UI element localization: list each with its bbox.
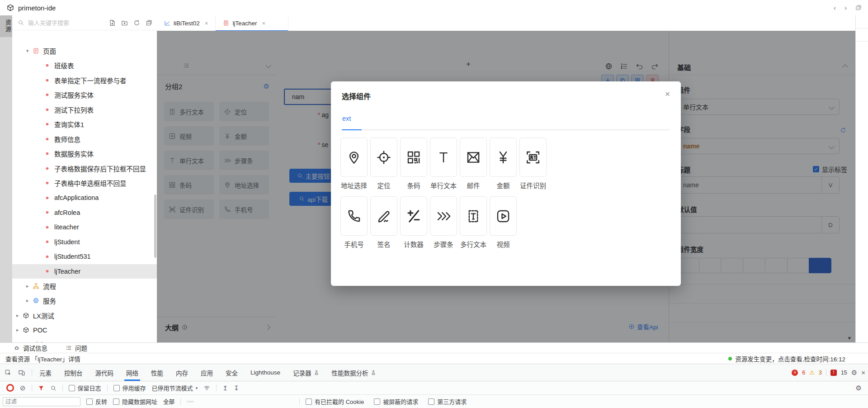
request-type-pill[interactable]: [286, 401, 293, 403]
throttling-select[interactable]: 已停用节流模式 ▾: [152, 384, 198, 392]
request-type-pill[interactable]: [187, 401, 194, 403]
tree-expand-arrow[interactable]: [16, 327, 23, 333]
checkbox-icon[interactable]: [374, 399, 380, 405]
request-type-pill[interactable]: [226, 401, 234, 403]
issues-count[interactable]: 15: [841, 370, 847, 376]
preserve-log-checkbox[interactable]: 保留日志: [69, 384, 101, 392]
tree-item[interactable]: 流程: [12, 279, 157, 294]
devtools-tab[interactable]: 性能: [151, 364, 163, 381]
component-card-box[interactable]: [490, 196, 517, 236]
component-card[interactable]: 签名: [370, 196, 397, 249]
checkbox-icon[interactable]: [86, 399, 93, 405]
checkbox-icon[interactable]: [113, 385, 120, 391]
tree-item[interactable]: ljStudent: [12, 235, 157, 250]
nav-back-icon[interactable]: ‹: [833, 4, 836, 12]
tree-item[interactable]: 查询实体1: [12, 117, 157, 132]
warning-count[interactable]: 3: [819, 370, 822, 376]
component-card[interactable]: 证件识别: [519, 138, 547, 190]
devtools-tab[interactable]: Lighthouse: [250, 364, 280, 381]
checkbox-icon[interactable]: [306, 399, 312, 405]
component-card[interactable]: 计数器: [400, 196, 427, 249]
devtools-tab[interactable]: 性能数据分析: [332, 364, 376, 381]
device-toolbar-icon[interactable]: [18, 369, 25, 376]
component-card[interactable]: 手机号: [340, 196, 368, 249]
tree-item[interactable]: 测试下拉列表: [12, 102, 157, 117]
status-left-text[interactable]: 查看资源 「ljTeacher」详情: [5, 354, 80, 363]
close-icon[interactable]: ×: [665, 90, 670, 98]
status-right-text[interactable]: 资源发生变更，点击查看,检查时间:16:12: [735, 354, 845, 363]
tree-scrollbar[interactable]: [154, 195, 156, 258]
close-icon[interactable]: ×: [205, 20, 208, 27]
component-card-box[interactable]: [400, 138, 427, 177]
devtools-tab[interactable]: 安全: [226, 364, 238, 381]
filter-option-checkbox[interactable]: 有已拦截的 Cookie: [306, 397, 364, 406]
collapse-all-icon[interactable]: [146, 19, 152, 26]
component-card-box[interactable]: [490, 138, 517, 177]
component-card[interactable]: 多行文本: [460, 196, 487, 249]
tree-item[interactable]: 页面: [12, 43, 157, 58]
checkbox-icon[interactable]: [113, 399, 119, 405]
new-page-icon[interactable]: [109, 19, 116, 26]
tree-item[interactable]: 子表格中单选框组不回显: [12, 176, 157, 191]
dialog-tab-ext[interactable]: ext: [342, 115, 351, 122]
request-type-pill[interactable]: [217, 401, 224, 403]
export-har-icon[interactable]: ↧: [234, 384, 239, 392]
clear-network-icon[interactable]: ⊘: [20, 384, 26, 392]
hide-data-urls-checkbox[interactable]: 隐藏数据网址: [113, 397, 157, 406]
invert-checkbox[interactable]: 反转: [86, 397, 107, 406]
tree-item[interactable]: afcApplicationa: [12, 190, 157, 205]
component-card-box[interactable]: [460, 138, 487, 177]
tree-item[interactable]: 数据服务实体: [12, 147, 157, 161]
tree-expand-arrow[interactable]: [26, 48, 33, 54]
search-input[interactable]: [27, 19, 109, 27]
devtools-tab[interactable]: 内存: [176, 364, 188, 381]
component-card[interactable]: 视频: [490, 196, 517, 249]
component-card-box[interactable]: [400, 196, 427, 236]
import-har-icon[interactable]: ↥: [222, 384, 228, 392]
console-error-icon[interactable]: ×: [792, 370, 798, 376]
filter-option-checkbox[interactable]: 被屏蔽的请求: [374, 397, 418, 406]
debug-info-item[interactable]: 调试信息: [14, 343, 47, 352]
tree-item[interactable]: 表单指定下一流程参与者: [12, 73, 157, 88]
devtools-tab[interactable]: 网络: [126, 364, 138, 381]
component-card[interactable]: 金额: [490, 138, 517, 190]
tree-item[interactable]: ljStudent531: [12, 249, 157, 264]
component-card[interactable]: 邮件: [460, 138, 487, 190]
editor-tab[interactable]: liBiTest02 ×: [157, 15, 216, 31]
tree-item[interactable]: 子表格数据保存后下拉框不回显: [12, 161, 157, 176]
tree-item[interactable]: ljTeacher: [12, 264, 157, 279]
filter-funnel-icon[interactable]: [38, 385, 44, 391]
warning-icon[interactable]: ⚠: [809, 369, 815, 376]
tree-item[interactable]: 班级表: [12, 58, 157, 73]
request-type-pill[interactable]: [246, 401, 254, 403]
network-settings-icon[interactable]: ⚙: [856, 384, 862, 392]
refresh-icon[interactable]: [133, 19, 140, 26]
nav-forward-icon[interactable]: ›: [844, 4, 847, 12]
tree-expand-arrow[interactable]: [26, 283, 33, 289]
tree-item[interactable]: clclc: [12, 337, 157, 342]
component-card-box[interactable]: [430, 196, 457, 236]
record-network-icon[interactable]: [6, 384, 14, 392]
devtools-tab[interactable]: 控制台: [64, 364, 83, 381]
tree-item[interactable]: afcRolea: [12, 205, 157, 220]
devtools-tab[interactable]: 元素: [39, 364, 52, 381]
checkbox-icon[interactable]: [428, 399, 434, 405]
component-card[interactable]: 定位: [370, 138, 397, 190]
tree-item[interactable]: 教师信息: [12, 132, 157, 147]
component-card[interactable]: 地址选择: [340, 138, 368, 190]
tree-item[interactable]: 测试服务实体: [12, 88, 157, 103]
tree-expand-arrow[interactable]: [16, 313, 23, 318]
devtools-settings-icon[interactable]: ⚙: [851, 369, 857, 377]
activity-tab-resources[interactable]: 资源: [0, 15, 12, 37]
request-type-pill[interactable]: [236, 401, 244, 403]
disable-cache-checkbox[interactable]: 停用缓存: [113, 384, 146, 392]
request-type-pill[interactable]: [256, 401, 264, 403]
component-card-box[interactable]: [370, 138, 397, 177]
restore-window-icon[interactable]: [855, 5, 862, 11]
request-type-pill[interactable]: [197, 401, 204, 403]
problems-item[interactable]: 问题: [66, 343, 87, 352]
right-strip-tab[interactable]: [856, 28, 868, 42]
request-type-pill[interactable]: [207, 401, 214, 403]
inspect-element-icon[interactable]: [5, 369, 12, 376]
component-card-box[interactable]: [340, 196, 368, 236]
